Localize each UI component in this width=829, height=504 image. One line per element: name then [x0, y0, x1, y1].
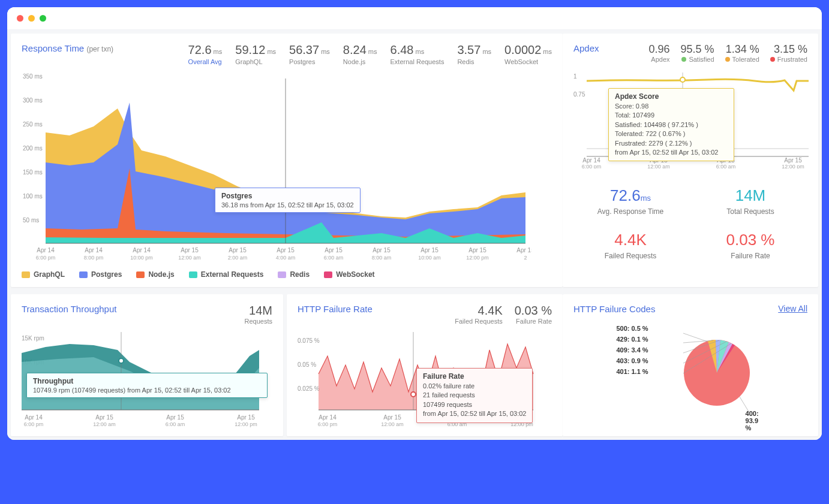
view-all-link[interactable]: View All [778, 304, 807, 313]
svg-text:100 ms: 100 ms [23, 193, 43, 200]
svg-text:6:00 am: 6:00 am [324, 255, 344, 261]
svg-text:Apr 15: Apr 15 [784, 157, 802, 164]
svg-text:Apr 15: Apr 15 [229, 247, 247, 253]
svg-text:6:00 pm: 6:00 pm [318, 421, 338, 427]
svg-text:Apr 15: Apr 15 [277, 247, 295, 253]
svg-text:300 ms: 300 ms [23, 97, 43, 104]
svg-text:2:00 am: 2:00 am [228, 255, 248, 261]
panel-response-time: Response Time (per txn) 72.6 msOverall A… [11, 34, 563, 287]
failure-code-label: 409: 3.4 % [616, 346, 648, 354]
svg-text:0.05 %: 0.05 % [298, 361, 316, 368]
svg-text:Apr 15: Apr 15 [166, 414, 184, 421]
failure-code-label: 500: 0.5 % [616, 325, 648, 332]
chart-legend: GraphQLPostgresNode.jsExternal RequestsR… [22, 270, 552, 279]
panel-title: Response Time (per txn) [22, 43, 113, 53]
legend-item[interactable]: Postgres [79, 270, 122, 279]
svg-text:Apr 14: Apr 14 [37, 247, 55, 253]
minimize-icon[interactable] [28, 15, 35, 22]
legend-item[interactable]: Node.js [136, 270, 174, 279]
svg-text:15K rpm: 15K rpm [22, 335, 44, 342]
svg-point-37 [680, 77, 685, 82]
metric: 59.12 msGraphQL [235, 43, 276, 65]
close-icon[interactable] [17, 15, 23, 22]
svg-text:6:00 pm: 6:00 pm [24, 421, 44, 427]
svg-text:Apr 15: Apr 15 [383, 414, 401, 421]
metric-label: Failure Rate [515, 318, 552, 325]
failure-codes-chart[interactable]: 400: 93.9 % [657, 320, 765, 428]
failure-rate-chart[interactable]: 0.075 % 0.05 % 0.025 % Apr 146:00 pmApr … [298, 332, 552, 428]
svg-text:10:00 am: 10:00 am [418, 255, 441, 261]
panel-title: HTTP Failure Codes [573, 304, 655, 314]
apdex-chart[interactable]: 1 0.75 Apr 146:00 pmApr 1512:00 amApr 15… [573, 73, 807, 168]
svg-text:Apr 14: Apr 14 [582, 157, 600, 164]
svg-text:12:00 am: 12:00 am [93, 421, 116, 427]
svg-text:Apr 15: Apr 15 [468, 247, 486, 253]
panel-apdex: Apdex 0.96Apdex95.5 %Satisfied1.34 %Tole… [563, 34, 818, 287]
svg-text:12:00 am: 12:00 am [381, 421, 404, 427]
svg-text:Apr 14: Apr 14 [319, 414, 337, 421]
svg-text:Apr 14: Apr 14 [25, 414, 43, 421]
failure-code-main: 400: 93.9 % [746, 410, 765, 431]
svg-text:Apr 15: Apr 15 [237, 414, 255, 421]
svg-text:Apr 15: Apr 15 [325, 247, 343, 253]
summary-failed-requests: 4.4K Failed Requests [573, 231, 687, 260]
legend-item[interactable]: GraphQL [22, 270, 65, 279]
chart-tooltip: Failure Rate 0.02% failure rate21 failed… [416, 368, 533, 423]
svg-text:200 ms: 200 ms [23, 145, 43, 152]
svg-text:Apr 14: Apr 14 [133, 247, 151, 253]
metric: 3.57 msRedis [457, 43, 491, 65]
metric: 8.24 msNode.js [343, 43, 377, 65]
svg-text:0.075 %: 0.075 % [298, 337, 320, 344]
svg-text:8:00 am: 8:00 am [372, 255, 392, 261]
legend-item[interactable]: External Requests [189, 270, 264, 279]
failure-code-label: 401: 1.1 % [616, 368, 648, 375]
maximize-icon[interactable] [40, 15, 46, 22]
svg-text:Apr 15: Apr 15 [373, 247, 391, 253]
svg-text:150 ms: 150 ms [23, 169, 43, 176]
legend-item[interactable]: WebSocket [324, 270, 374, 279]
metric: 72.6 msOverall Avg [188, 43, 223, 65]
svg-text:8:00 pm: 8:00 pm [84, 255, 104, 261]
svg-text:50 ms: 50 ms [23, 217, 39, 224]
panel-failure-codes: HTTP Failure Codes View All 500: 0.5 %42… [563, 294, 818, 436]
window-titlebar [7, 7, 822, 30]
svg-text:6:00 pm: 6:00 pm [36, 255, 56, 261]
metric: 6.48 msExternal Requests [391, 43, 444, 65]
panel-title: Transaction Throughput [22, 304, 116, 314]
failure-code-label: 429: 0.1 % [616, 336, 648, 343]
svg-line-74 [683, 333, 707, 342]
summary-failure-rate: 0.03 % Failure Rate [693, 231, 807, 260]
metric: 1.34 %Tolerated [725, 43, 759, 63]
svg-point-50 [119, 358, 124, 363]
svg-text:4:00 am: 4:00 am [276, 255, 296, 261]
summary-total-requests: 14M Total Requests [693, 186, 807, 216]
throughput-value: 14M [245, 304, 272, 318]
svg-text:12:00 pm: 12:00 pm [782, 164, 804, 168]
svg-text:Apr 15: Apr 15 [420, 247, 438, 253]
failure-code-labels: 500: 0.5 %429: 0.1 %409: 3.4 %403: 0.9 %… [616, 320, 648, 375]
response-time-chart[interactable]: 350 ms300 ms250 ms200 ms150 ms100 ms50 m… [22, 73, 552, 264]
chart-tooltip: Postgres 36.18 ms from Apr 15, 02:52 til… [215, 188, 361, 213]
svg-text:Apr 14: Apr 14 [85, 247, 103, 253]
metric: 56.37 msPostgres [289, 43, 330, 65]
svg-text:Apr 15: Apr 15 [516, 247, 531, 253]
svg-text:6:00 am: 6:00 am [716, 164, 736, 168]
svg-text:250 ms: 250 ms [23, 121, 43, 128]
svg-text:1: 1 [573, 73, 577, 80]
panel-title: HTTP Failure Rate [298, 304, 373, 314]
summary-avg-response-time: 72.6ms Avg. Response Time [573, 186, 687, 216]
metric-label: Failed Requests [455, 318, 503, 325]
svg-text:0.025 %: 0.025 % [298, 385, 320, 392]
svg-text:350 ms: 350 ms [23, 73, 43, 80]
svg-text:Apr 15: Apr 15 [95, 414, 113, 421]
metric: 0.96Apdex [649, 43, 670, 63]
panel-title: Apdex [573, 43, 599, 53]
throughput-chart[interactable]: 15K rpm 10K rpm Apr 146:00 pmApr 1512:00… [22, 332, 272, 428]
metric: 3.15 %Frustrated [770, 43, 807, 63]
legend-item[interactable]: Redis [278, 270, 310, 279]
failure-code-label: 403: 0.9 % [616, 357, 648, 364]
throughput-label: Requests [245, 318, 272, 325]
chart-tooltip: Throughput 10749.9 rpm (107499 requests)… [26, 373, 268, 398]
metric-value: 4.4K [455, 304, 503, 318]
svg-text:12:00 pm: 12:00 pm [235, 421, 257, 427]
